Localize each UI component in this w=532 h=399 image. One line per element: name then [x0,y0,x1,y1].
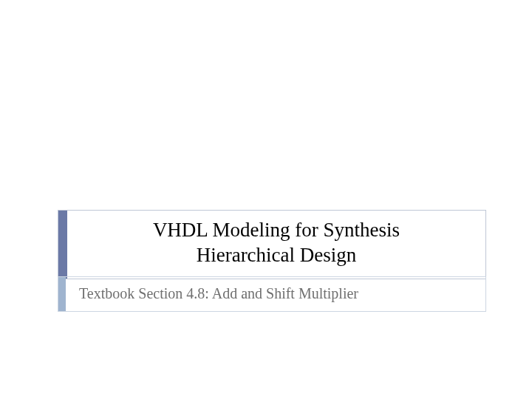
title-block: VHDL Modeling for Synthesis Hierarchical… [58,210,486,279]
slide: VHDL Modeling for Synthesis Hierarchical… [0,0,532,399]
subtitle-accent-bar [58,277,66,311]
title-line-1: VHDL Modeling for Synthesis [153,219,400,241]
subtitle-block: Textbook Section 4.8: Add and Shift Mult… [58,276,486,312]
slide-title: VHDL Modeling for Synthesis Hierarchical… [67,211,485,279]
slide-subtitle: Textbook Section 4.8: Add and Shift Mult… [66,277,485,311]
title-accent-bar [58,211,67,279]
title-line-2: Hierarchical Design [197,244,357,266]
